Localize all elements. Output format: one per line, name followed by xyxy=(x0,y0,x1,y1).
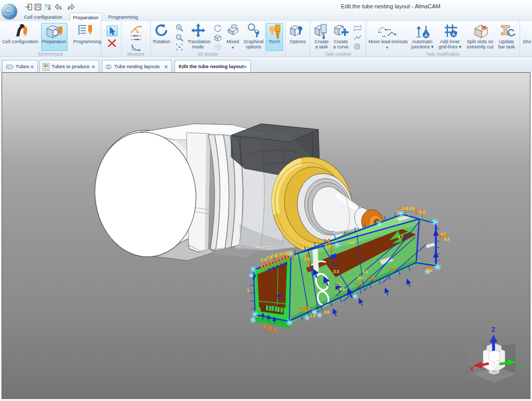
svg-text:38: 38 xyxy=(325,243,331,249)
svg-text:Z: Z xyxy=(491,326,495,333)
svg-text:47: 47 xyxy=(397,234,404,240)
svg-text:29: 29 xyxy=(286,250,292,255)
svg-text:16: 16 xyxy=(310,313,316,318)
svg-text:A: A xyxy=(452,32,456,37)
svg-text:39: 39 xyxy=(357,275,364,280)
svg-text:X: X xyxy=(470,366,474,373)
svg-text:41: 41 xyxy=(362,268,369,274)
svg-text:Y: Y xyxy=(518,363,523,370)
svg-text:50: 50 xyxy=(419,209,426,215)
svg-text:44: 44 xyxy=(427,267,433,273)
svg-text:33: 33 xyxy=(333,268,340,274)
svg-text:48: 48 xyxy=(402,205,409,211)
svg-text:30: 30 xyxy=(304,256,311,262)
svg-text:A: A xyxy=(424,33,428,38)
svg-text:40: 40 xyxy=(349,240,355,245)
svg-text:36: 36 xyxy=(324,309,330,315)
svg-text:34: 34 xyxy=(339,286,345,292)
svg-text:1: 1 xyxy=(247,287,250,293)
svg-text:43: 43 xyxy=(444,236,450,242)
svg-text:49: 49 xyxy=(409,205,416,211)
